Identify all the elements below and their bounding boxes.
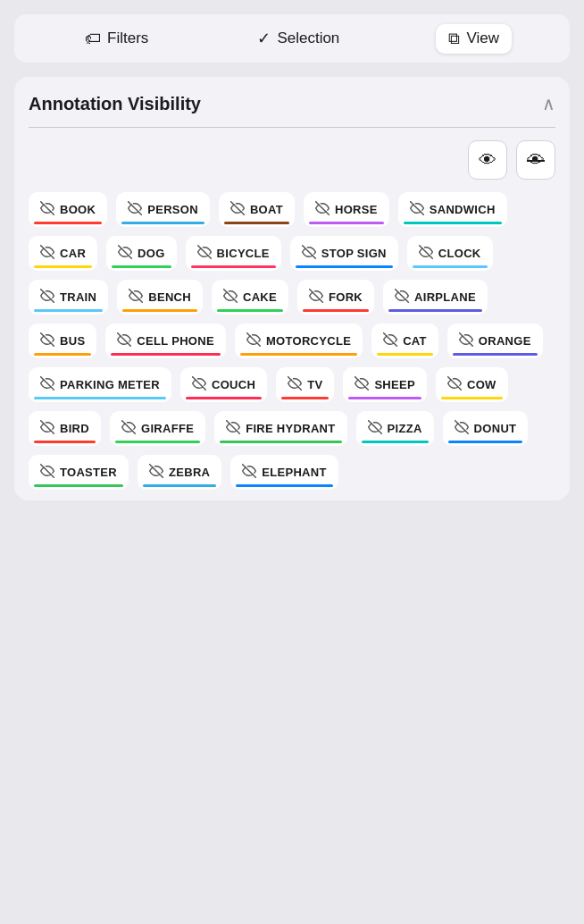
filters-button[interactable]: 🏷 Filters: [72, 24, 161, 54]
tag-car[interactable]: CAR: [29, 236, 97, 271]
tag-label: CAKE: [243, 290, 277, 304]
tag-pizza[interactable]: PIZZA: [356, 411, 434, 446]
tag-bird[interactable]: BIRD: [29, 411, 101, 446]
tag-train[interactable]: TRAIN: [29, 280, 108, 315]
toolbar: 🏷 Filters ✓ Selection ⧉ View: [14, 14, 570, 63]
hidden-icon: [315, 201, 330, 218]
selection-button[interactable]: ✓ Selection: [245, 23, 352, 54]
tag-motorcycle[interactable]: MOTORCYCLE: [235, 323, 363, 358]
show-all-button[interactable]: 👁: [468, 140, 507, 180]
tag-donut[interactable]: DONUT: [443, 411, 529, 446]
tag-label: COW: [467, 378, 496, 391]
hidden-icon: [118, 245, 132, 262]
tag-couch[interactable]: COUCH: [180, 367, 267, 402]
tag-label: MOTORCYCLE: [266, 334, 351, 348]
hidden-icon: [40, 464, 54, 481]
tag-label: CAT: [403, 334, 427, 348]
tag-bus[interactable]: BUS: [29, 323, 96, 358]
tag-airplane[interactable]: AIRPLANE: [383, 280, 488, 315]
collapse-button[interactable]: ∧: [542, 93, 555, 114]
tag-label: FIRE HYDRANT: [246, 422, 335, 435]
tag-label: COUCH: [212, 378, 255, 391]
hidden-icon: [226, 420, 240, 437]
hidden-icon: [129, 289, 143, 306]
hidden-icon: [368, 420, 382, 437]
hidden-icon: [355, 376, 369, 393]
tag-label: ELEPHANT: [262, 466, 326, 479]
tag-clock[interactable]: CLOCK: [407, 236, 493, 271]
tag-label: TV: [307, 378, 322, 391]
tag-label: SHEEP: [374, 378, 415, 391]
tag-cat[interactable]: CAT: [371, 323, 438, 358]
view-label: View: [466, 29, 499, 47]
tag-person[interactable]: PERSON: [116, 192, 210, 227]
tag-bench[interactable]: BENCH: [117, 280, 203, 315]
tag-cell-phone[interactable]: CELL PHONE: [105, 323, 226, 358]
hidden-icon: [223, 289, 238, 306]
tag-label: PARKING METER: [60, 378, 160, 391]
tag-elephant[interactable]: ELEPHANT: [230, 455, 338, 490]
hidden-icon: [242, 464, 256, 481]
tag-sandwich[interactable]: SANDWICH: [398, 192, 507, 227]
tag-fork[interactable]: FORK: [297, 280, 374, 315]
tag-tv[interactable]: TV: [276, 367, 334, 402]
hidden-icon: [383, 332, 397, 349]
hidden-icon: [395, 289, 409, 306]
hide-all-button[interactable]: 👁: [516, 140, 555, 180]
hidden-icon: [192, 376, 206, 393]
tag-label: ORANGE: [479, 334, 531, 348]
panel-title: Annotation Visibility: [29, 94, 201, 114]
hidden-icon: [128, 201, 142, 218]
tag-giraffe[interactable]: GIRAFFE: [110, 411, 205, 446]
hidden-icon: [40, 245, 54, 262]
hidden-icon: [302, 245, 316, 262]
hidden-icon: [309, 289, 323, 306]
tag-label: BOAT: [250, 203, 283, 216]
tags-grid: BOOK PERSON BOAT HORSE SANDWICH CAR DOG …: [29, 192, 555, 490]
tag-label: AIRPLANE: [414, 290, 476, 304]
tag-label: SANDWICH: [430, 203, 496, 216]
hidden-icon: [121, 420, 136, 437]
tag-stop-sign[interactable]: STOP SIGN: [290, 236, 398, 271]
tag-label: DONUT: [474, 422, 517, 435]
hidden-icon: [288, 376, 302, 393]
hidden-icon: [455, 420, 469, 437]
hidden-icon: [149, 464, 163, 481]
tag-label: FORK: [329, 290, 363, 304]
hidden-icon: [447, 376, 462, 393]
tag-fire-hydrant[interactable]: FIRE HYDRANT: [214, 411, 346, 446]
tag-label: DOG: [138, 247, 165, 260]
tag-parking-meter[interactable]: PARKING METER: [29, 367, 171, 402]
tag-zebra[interactable]: ZEBRA: [138, 455, 221, 490]
hidden-icon: [117, 332, 131, 349]
filters-icon: 🏷: [85, 29, 101, 48]
tag-label: PERSON: [147, 203, 198, 216]
tag-label: ZEBRA: [169, 466, 210, 479]
tag-label: BUS: [60, 334, 85, 348]
tag-label: TRAIN: [60, 290, 96, 304]
tag-label: BICYCLE: [217, 247, 270, 260]
tag-label: STOP SIGN: [321, 247, 387, 260]
tag-cow[interactable]: COW: [436, 367, 508, 402]
hidden-icon: [246, 332, 261, 349]
tag-orange[interactable]: ORANGE: [447, 323, 543, 358]
tag-cake[interactable]: CAKE: [212, 280, 288, 315]
eye-closed-icon: 👁: [527, 150, 545, 171]
hidden-icon: [410, 201, 424, 218]
tag-dog[interactable]: DOG: [106, 236, 177, 271]
tag-horse[interactable]: HORSE: [304, 192, 389, 227]
hidden-icon: [40, 420, 54, 437]
hidden-icon: [40, 332, 54, 349]
view-button[interactable]: ⧉ View: [436, 24, 512, 54]
view-icon: ⧉: [448, 29, 460, 48]
tag-sheep[interactable]: SHEEP: [343, 367, 427, 402]
hidden-icon: [230, 201, 245, 218]
annotation-panel: Annotation Visibility ∧ 👁 👁 BOOK PERSON …: [14, 77, 570, 500]
hidden-icon: [40, 376, 54, 393]
tag-book[interactable]: BOOK: [29, 192, 107, 227]
tag-bicycle[interactable]: BICYCLE: [186, 236, 281, 271]
tag-toaster[interactable]: TOASTER: [29, 455, 129, 490]
tag-boat[interactable]: BOAT: [219, 192, 295, 227]
eye-controls: 👁 👁: [29, 140, 555, 180]
hidden-icon: [40, 289, 54, 306]
